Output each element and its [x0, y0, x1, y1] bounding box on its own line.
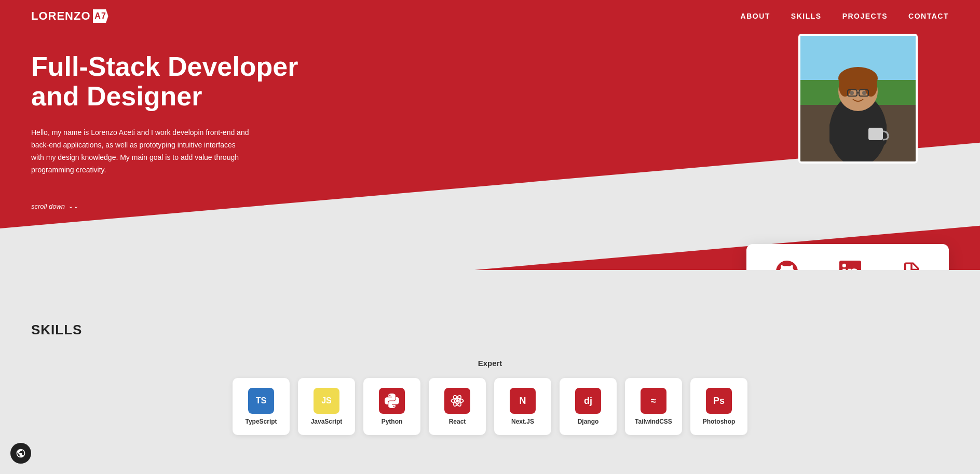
nav-link-projects[interactable]: PROJECTS — [842, 12, 888, 20]
skill-icon: N — [510, 388, 536, 414]
svg-point-3 — [839, 76, 851, 97]
skill-name: Next.JS — [511, 418, 534, 425]
skills-title: SKILLS — [31, 322, 949, 338]
linkedin-icon — [839, 260, 862, 270]
skill-icon: TS — [248, 388, 274, 414]
skill-icon — [444, 388, 470, 414]
globe-icon — [16, 448, 26, 458]
skill-icon: ≈ — [641, 388, 666, 414]
skill-icon: dj — [575, 388, 601, 414]
profile-silhouette — [816, 47, 900, 161]
nav-links: ABOUTSKILLSPROJECTSCONTACT — [741, 12, 949, 20]
hero-title: Full-Stack Developer and Designer — [31, 52, 343, 111]
globe-button[interactable] — [10, 443, 31, 464]
cv-link[interactable]: CV — [900, 260, 923, 270]
skill-card: NNext.JS — [494, 378, 551, 435]
svg-point-5 — [850, 91, 854, 95]
skill-icon: JS — [314, 388, 339, 414]
profile-photo — [800, 36, 916, 161]
logo[interactable]: LORENZO A7 — [31, 9, 108, 23]
skill-card: Python — [363, 378, 420, 435]
scroll-down-button[interactable]: scroll down ⌄⌄ — [31, 202, 343, 210]
navigation: LORENZO A7 ABOUTSKILLSPROJECTSCONTACT — [0, 0, 980, 32]
skill-name: TailwindCSS — [635, 418, 672, 425]
skill-name: TypeScript — [245, 418, 277, 425]
skill-name: React — [449, 418, 466, 425]
skill-icon — [379, 388, 405, 414]
svg-rect-10 — [829, 120, 842, 146]
links-card: GITHUB LINKEDIN CV — [746, 244, 949, 270]
logo-text: LORENZO — [31, 9, 91, 23]
linkedin-link[interactable]: LINKEDIN — [833, 260, 868, 270]
svg-rect-12 — [868, 128, 883, 140]
github-link[interactable]: GITHUB — [772, 260, 801, 270]
profile-frame — [798, 34, 918, 164]
skill-card: ≈TailwindCSS — [625, 378, 682, 435]
skills-section: SKILLS Expert TSTypeScriptJSJavaScriptPy… — [0, 270, 980, 466]
expert-label: Expert — [31, 359, 949, 368]
skill-card: JSJavaScript — [298, 378, 355, 435]
skill-card: djDjango — [560, 378, 617, 435]
github-icon — [775, 260, 798, 270]
hero-content: Full-Stack Developer and Designer Hello,… — [31, 52, 343, 210]
skill-card: PsPhotoshop — [690, 378, 747, 435]
svg-point-13 — [456, 399, 459, 402]
profile-image-container — [798, 34, 918, 164]
skills-grid: TSTypeScriptJSJavaScriptPythonReactNNext… — [31, 378, 949, 435]
hero-description: Hello, my name is Lorenzo Aceti and I wo… — [31, 127, 249, 176]
skill-name: Django — [578, 418, 599, 425]
cv-icon — [900, 260, 923, 270]
skill-name: Python — [382, 418, 403, 425]
hero-section: Full-Stack Developer and Designer Hello,… — [0, 0, 980, 270]
skill-icon: Ps — [706, 388, 732, 414]
skill-name: JavaScript — [311, 418, 343, 425]
svg-point-6 — [862, 91, 866, 95]
skill-card: TSTypeScript — [233, 378, 290, 435]
svg-point-4 — [865, 76, 877, 97]
logo-badge: A7 — [93, 9, 108, 23]
nav-link-skills[interactable]: SKILLS — [791, 12, 822, 20]
nav-link-contact[interactable]: CONTACT — [908, 12, 949, 20]
skill-name: Photoshop — [703, 418, 736, 425]
nav-link-about[interactable]: ABOUT — [741, 12, 770, 20]
chevron-down-icon: ⌄⌄ — [68, 202, 78, 210]
skill-card: React — [429, 378, 486, 435]
